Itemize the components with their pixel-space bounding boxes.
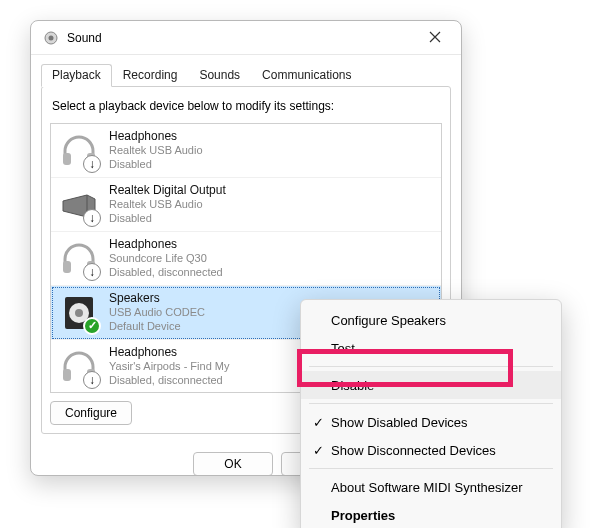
menu-show-disconnected[interactable]: ✓ Show Disconnected Devices [301,436,561,464]
device-sub: Realtek USB Audio [109,198,226,212]
menu-label: Show Disabled Devices [331,415,468,430]
instruction-text: Select a playback device below to modify… [52,99,440,113]
tab-sounds[interactable]: Sounds [188,64,251,87]
device-name: Headphones [109,345,229,360]
device-status: Disabled [109,212,226,226]
device-name: Realtek Digital Output [109,183,226,198]
headphones-icon: ↓ [59,131,99,171]
check-icon: ✓ [311,443,325,458]
device-item[interactable]: ↓ Headphones Soundcore Life Q30 Disabled… [51,232,441,286]
status-badge-icon: ↓ [83,371,101,389]
configure-button[interactable]: Configure [50,401,132,425]
svg-point-1 [49,35,54,40]
tab-playback[interactable]: Playback [41,64,112,87]
device-status: Disabled [109,158,203,172]
device-name: Headphones [109,237,223,252]
tab-recording[interactable]: Recording [112,64,189,87]
device-sub: Realtek USB Audio [109,144,203,158]
menu-label: About Software MIDI Synthesizer [331,480,522,495]
device-status: Default Device [109,320,205,334]
device-sub: USB Audio CODEC [109,306,205,320]
status-badge-icon: ↓ [83,155,101,173]
device-status: Disabled, disconnected [109,374,229,388]
tab-communications[interactable]: Communications [251,64,362,87]
menu-label: Test [331,341,355,356]
status-badge-icon: ↓ [83,263,101,281]
device-item[interactable]: ↓ Headphones Realtek USB Audio Disabled [51,124,441,178]
check-icon: ✓ [311,415,325,430]
device-item[interactable]: ↓ Realtek Digital Output Realtek USB Aud… [51,178,441,232]
sound-app-icon [43,30,59,46]
status-badge-icon: ↓ [83,209,101,227]
device-name: Speakers [109,291,205,306]
device-sub: Yasir's Airpods - Find My [109,360,229,374]
menu-label: Configure Speakers [331,313,446,328]
close-button[interactable] [421,26,449,50]
menu-separator [309,366,553,367]
device-status: Disabled, disconnected [109,266,223,280]
digital-output-icon: ↓ [59,185,99,225]
default-badge-icon: ✓ [83,317,101,335]
ok-button[interactable]: OK [193,452,273,476]
headphones-icon: ↓ [59,347,99,387]
tab-strip: Playback Recording Sounds Communications [31,55,461,86]
svg-rect-9 [63,369,71,381]
device-sub: Soundcore Life Q30 [109,252,223,266]
svg-rect-4 [63,261,71,273]
menu-configure-speakers[interactable]: Configure Speakers [301,306,561,334]
menu-label: Properties [331,508,395,523]
menu-about-midi[interactable]: About Software MIDI Synthesizer [301,473,561,501]
svg-point-8 [75,309,83,317]
menu-separator [309,468,553,469]
menu-label: Show Disconnected Devices [331,443,496,458]
menu-show-disabled[interactable]: ✓ Show Disabled Devices [301,408,561,436]
menu-properties[interactable]: Properties [301,501,561,528]
menu-label: Disable [331,378,374,393]
window-title: Sound [67,31,421,45]
speaker-icon: ✓ [59,293,99,333]
menu-test[interactable]: Test [301,334,561,362]
headphones-icon: ↓ [59,239,99,279]
context-menu: Configure Speakers Test Disable ✓ Show D… [300,299,562,528]
device-name: Headphones [109,129,203,144]
svg-rect-2 [63,153,71,165]
menu-separator [309,403,553,404]
menu-disable[interactable]: Disable [301,371,561,399]
titlebar: Sound [31,21,461,55]
